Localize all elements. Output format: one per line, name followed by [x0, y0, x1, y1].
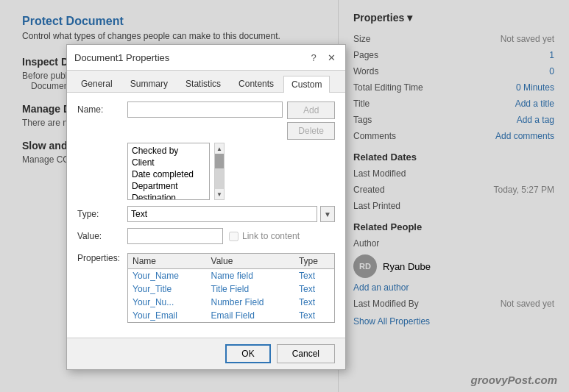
table-row[interactable]: Your_Title Title Field Text [128, 282, 334, 296]
cell-type: Text [294, 296, 334, 309]
modal-overlay: Document1 Properties ? ✕ General Summary… [0, 0, 569, 392]
value-input[interactable] [127, 228, 223, 244]
value-label: Value: [77, 228, 121, 241]
properties-table-container: Name Value Type Your_Name Name field Tex… [127, 253, 335, 323]
cell-type: Text [294, 282, 334, 296]
link-to-content-label: Link to content [242, 231, 300, 241]
cell-value: Number Field [207, 296, 294, 309]
cell-type: Text [294, 269, 334, 283]
cell-name: Your_Title [128, 282, 207, 296]
value-field-content: Link to content [127, 228, 335, 244]
help-button[interactable]: ? [307, 51, 320, 64]
scroll-up-arrow[interactable]: ▲ [215, 143, 224, 154]
modal-footer: OK Cancel [67, 338, 345, 369]
tab-summary[interactable]: Summary [122, 75, 176, 92]
tab-statistics[interactable]: Statistics [177, 75, 229, 92]
cell-name: Your_Name [128, 269, 207, 283]
tab-contents[interactable]: Contents [230, 75, 282, 92]
name-input-row: Add Delete [127, 101, 335, 140]
name-row: Name: Add Delete Checked byClientDate co… [77, 101, 335, 200]
tab-custom[interactable]: Custom [283, 76, 330, 93]
properties-table-row: Properties: Name Value Type [77, 250, 335, 323]
add-button[interactable]: Add [287, 101, 335, 119]
table-row[interactable]: Your_Email Email Field Text [128, 309, 334, 322]
list-item[interactable]: Date completed [130, 168, 208, 180]
modal-controls: ? ✕ [307, 51, 338, 64]
scroll-down-arrow[interactable]: ▼ [215, 189, 224, 199]
type-dropdown-arrow[interactable]: ▼ [320, 206, 335, 222]
name-label: Name: [77, 101, 121, 115]
properties-label: Properties: [77, 250, 121, 263]
name-list-container: Checked byClientDate completedDepartment… [127, 143, 335, 200]
type-label: Type: [77, 206, 121, 219]
table-row[interactable]: Your_Name Name field Text [128, 269, 334, 283]
tabs-bar: General Summary Statistics Contents Cust… [67, 71, 345, 93]
cell-value: Title Field [207, 282, 294, 296]
type-field-content: Text ▼ [127, 206, 335, 222]
type-display: Text [127, 206, 317, 222]
cell-value: Email Field [207, 309, 294, 322]
list-item[interactable]: Department [130, 180, 208, 192]
link-to-content-row: Link to content [229, 231, 300, 241]
properties-table: Name Value Type Your_Name Name field Tex… [128, 254, 334, 322]
table-row[interactable]: Your_Nu... Number Field Text [128, 296, 334, 309]
col-type: Type [294, 254, 334, 269]
name-list[interactable]: Checked byClientDate completedDepartment… [127, 143, 210, 200]
name-field-content: Add Delete Checked byClientDate complete… [127, 101, 335, 200]
list-item[interactable]: Checked by [130, 145, 208, 157]
cell-type: Text [294, 309, 334, 322]
delete-button[interactable]: Delete [287, 122, 335, 140]
list-item[interactable]: Destination [130, 192, 208, 200]
modal-titlebar: Document1 Properties ? ✕ [67, 45, 345, 71]
value-input-row: Link to content [127, 228, 335, 244]
properties-table-wrapper: Name Value Type Your_Name Name field Tex… [127, 250, 335, 323]
modal-title: Document1 Properties [74, 52, 169, 63]
cancel-button[interactable]: Cancel [277, 344, 335, 363]
list-scrollbar[interactable]: ▲ ▼ [214, 143, 225, 200]
modal-dialog: Document1 Properties ? ✕ General Summary… [66, 44, 346, 370]
modal-body: Name: Add Delete Checked byClientDate co… [67, 93, 345, 338]
scroll-track [215, 154, 224, 189]
tab-general[interactable]: General [73, 75, 121, 92]
type-row: Type: Text ▼ [77, 206, 335, 222]
type-select-row: Text ▼ [127, 206, 335, 222]
close-button[interactable]: ✕ [325, 51, 338, 64]
value-row: Value: Link to content [77, 228, 335, 244]
list-item[interactable]: Client [130, 157, 208, 168]
cell-name: Your_Nu... [128, 296, 207, 309]
name-input[interactable] [127, 101, 283, 118]
cell-value: Name field [207, 269, 294, 283]
add-delete-buttons: Add Delete [287, 101, 335, 140]
col-value: Value [207, 254, 294, 269]
scroll-thumb[interactable] [215, 154, 224, 168]
ok-button[interactable]: OK [225, 344, 270, 363]
col-name: Name [128, 254, 207, 269]
link-to-content-checkbox[interactable] [229, 232, 238, 241]
cell-name: Your_Email [128, 309, 207, 322]
